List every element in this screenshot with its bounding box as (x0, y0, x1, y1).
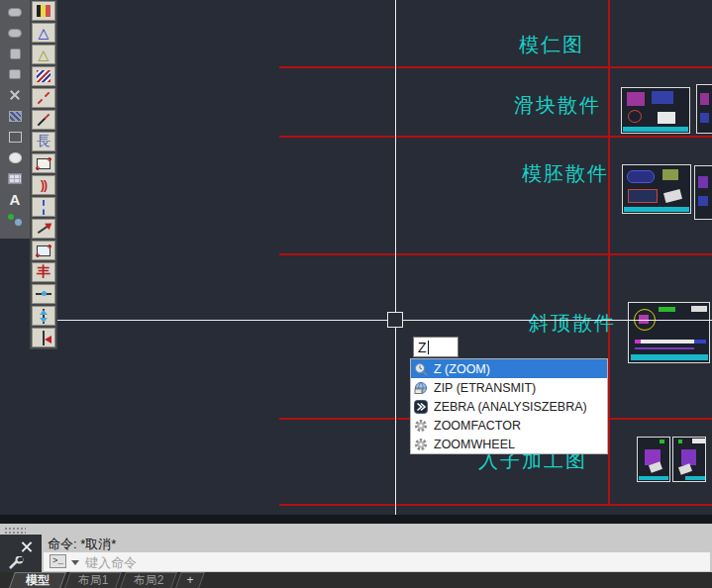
tab-layout1[interactable]: 布局1 (67, 572, 119, 588)
sheet-thumbnail-insert-2 (672, 437, 706, 482)
toolbar-dimension: △ △ 長 )) 丰 (30, 0, 57, 349)
plus-icon: + (186, 573, 193, 587)
row-label-slider: 滑块散件 (514, 92, 601, 119)
sheet-thumbnail-moldbase (622, 164, 691, 214)
command-input-row[interactable]: >_ 键入命令 (44, 552, 710, 571)
table-grid-icon[interactable] (2, 168, 28, 188)
copy-base-icon[interactable] (2, 44, 28, 63)
tab-label: 模型 (26, 572, 50, 588)
divide-points-icon[interactable] (32, 197, 55, 217)
layout-tab-bar: 模型 布局1 布局2 + (0, 572, 712, 588)
slope-arrow-icon[interactable] (32, 219, 55, 239)
autocomplete-item-zebra[interactable]: ZEBRA (ANALYSISZEBRA) (411, 397, 607, 416)
triangle-blue-icon[interactable]: △ (32, 23, 55, 43)
row-label-moldbase: 模胚散件 (522, 160, 609, 187)
autocomplete-label: ZOOMFACTOR (434, 419, 521, 433)
typed-command: Z (418, 340, 427, 355)
dashed-leader-icon[interactable] (32, 88, 55, 108)
row-label-lifter: 斜顶散件 (529, 310, 616, 337)
sheet-thumbnail-slider-2 (696, 84, 712, 134)
tab-layout2[interactable]: 布局2 (123, 572, 174, 588)
crosshair-vertical (395, 0, 396, 515)
row-label-core: 模仁图 (519, 32, 584, 58)
command-line-panel: 命令: *取消* >_ 键入命令 (0, 524, 712, 572)
leader-line-icon[interactable] (32, 110, 55, 130)
autocomplete-label: ZOOMWHEEL (434, 438, 515, 451)
dynamic-command-input[interactable]: Z (413, 337, 458, 357)
table-divider-2 (279, 136, 712, 138)
autocomplete-label: ZEBRA (ANALYSISZEBRA) (434, 400, 587, 414)
sheet-thumbnail-insert-1 (637, 437, 670, 482)
fitting-3d-icon[interactable] (2, 2, 28, 22)
gear-icon (414, 438, 428, 451)
break-point-icon[interactable] (2, 85, 28, 105)
zoom-history-icon (414, 362, 428, 376)
text-style-icon[interactable]: A (2, 189, 28, 209)
triangle-hatch-icon[interactable]: △ (32, 45, 55, 64)
canvas-bottom-gap (0, 515, 712, 524)
autocomplete-label: ZIP (ETRANSMIT) (434, 381, 536, 395)
new-layout-button[interactable]: + (178, 572, 202, 588)
panel-grip-handle[interactable] (4, 527, 26, 534)
ellipse-icon[interactable] (2, 147, 28, 167)
table-divider-1 (279, 66, 712, 68)
command-history-line: 命令: *取消* (48, 536, 116, 553)
sheet-thumbnail-moldbase-2 (694, 165, 712, 220)
autocomplete-item-zoomfactor[interactable]: ZOOMFACTOR (411, 416, 607, 435)
tab-label: 布局1 (78, 572, 109, 588)
customize-wrench-icon[interactable] (8, 556, 24, 570)
sheet-thumbnail-lifter (628, 302, 710, 363)
command-prompt-icon[interactable]: >_ (50, 554, 66, 568)
multi-cross-icon[interactable]: 丰 (32, 262, 55, 282)
arc-pair-icon[interactable]: )) (32, 175, 55, 195)
dim-baseline-icon[interactable] (32, 328, 55, 347)
tab-model[interactable]: 模型 (12, 572, 63, 588)
zebra-analysis-icon (414, 400, 428, 414)
dim-horizontal-icon[interactable] (32, 284, 55, 304)
crosshair-pickbox (387, 312, 403, 328)
toolbar-standard: A (0, 0, 30, 239)
rect-nodes-icon[interactable] (32, 153, 55, 173)
paste-block-icon[interactable] (2, 64, 28, 84)
autocomplete-label: Z (ZOOM) (434, 362, 490, 376)
wipeout-frame-icon[interactable] (2, 127, 28, 147)
table-divider-5 (279, 504, 712, 506)
gear-icon (414, 419, 428, 433)
node-link-icon[interactable] (2, 210, 28, 230)
dim-vertical-icon[interactable] (32, 306, 55, 326)
text-caret (428, 341, 429, 354)
sheet-thumbnail-slider (621, 87, 690, 134)
command-autocomplete-list: Z (ZOOM) ZIP (ETRANSMIT) ZEBRA (ANALYSIS… (410, 358, 608, 454)
crosshair-horizontal (56, 320, 712, 321)
chevron-down-icon[interactable] (71, 560, 79, 565)
palette-blocks-icon[interactable] (32, 1, 55, 21)
etransmit-globe-icon (414, 381, 428, 395)
cad-window: 模仁图 滑块散件 模胚散件 斜顶散件 入子加工图 (0, 0, 712, 588)
close-icon[interactable] (20, 540, 33, 553)
length-dim-icon[interactable]: 長 (32, 132, 55, 151)
frame-nodes-icon[interactable] (32, 241, 55, 260)
command-input-placeholder: 键入命令 (85, 554, 137, 572)
autocomplete-item-etransmit[interactable]: ZIP (ETRANSMIT) (411, 378, 607, 397)
autocomplete-item-zoom[interactable]: Z (ZOOM) (411, 359, 607, 378)
hatch-fill-icon[interactable] (2, 106, 28, 126)
tab-label: 布局2 (134, 572, 164, 588)
autocomplete-item-zoomwheel[interactable]: ZOOMWHEEL (411, 435, 607, 453)
fitting-3d-2-icon[interactable] (2, 23, 28, 43)
table-divider-3 (279, 253, 712, 255)
table-divider-vertical (608, 0, 610, 506)
diagonal-stripes-icon[interactable] (32, 66, 55, 86)
